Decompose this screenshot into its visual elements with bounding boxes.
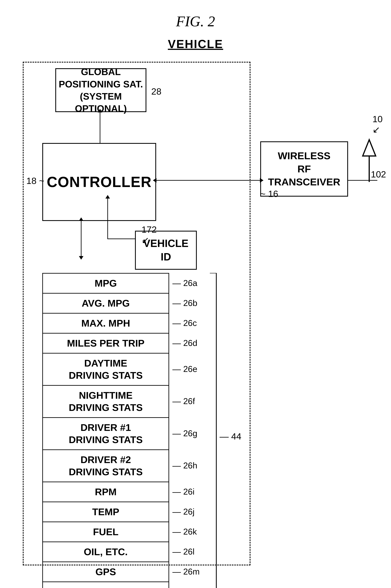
ref-18: 18 ~ <box>26 176 44 186</box>
ref-26m: — 26m <box>172 567 200 577</box>
data-block-26a: MPG <box>42 273 169 293</box>
arrow-vid-v <box>107 198 108 239</box>
ref-26a: — 26a <box>172 278 197 288</box>
ref-26d: — 26d <box>172 338 197 348</box>
arrow-vid-h <box>107 239 135 239</box>
data-block-26k: FUEL <box>42 522 169 541</box>
data-block-26i: RPM <box>42 482 169 502</box>
arrow-ctrl-data <box>81 221 82 256</box>
data-block-26c: MAX. MPH <box>42 313 169 333</box>
ref-26c: — 26c <box>172 318 197 328</box>
data-bracket <box>208 273 218 588</box>
data-blocks-container: MPGAVG. MPGMAX. MPHMILES PER TRIPDAYTIME… <box>42 273 169 588</box>
vehicle-label: VEHICLE <box>168 37 223 51</box>
rf-transceiver-box: WIRELESSRFTRANSCEIVER <box>260 141 348 196</box>
gps-box: GLOBALPOSITIONING SAT.(SYSTEM OPTIONAL) <box>55 68 146 112</box>
ref-26l: — 26l <box>172 547 195 556</box>
ref-26j: — 26j <box>172 507 195 517</box>
figure-title: FIG. 2 <box>176 13 215 30</box>
data-block-label-26d: MILES PER TRIP <box>67 337 145 349</box>
data-block-26d: MILES PER TRIP <box>42 333 169 353</box>
data-block-label-26g: DRIVER #1DRIVING STATS <box>69 421 143 446</box>
data-block-label-26k: FUEL <box>93 526 118 538</box>
ref-26e: — 26e <box>172 364 197 374</box>
ref-26f: — 26f <box>172 396 195 406</box>
ref-28: 28 <box>151 86 161 97</box>
rf-label: WIRELESSRFTRANSCEIVER <box>268 149 340 189</box>
data-block-label-26j: TEMP <box>92 506 119 518</box>
page: FIG. 2 VEHICLE GLOBALPOSITIONING SAT.(SY… <box>0 0 391 588</box>
ref-102: 102 <box>371 169 386 180</box>
data-block-label-26c: MAX. MPH <box>81 317 130 329</box>
ref-44: — 44 <box>220 431 241 442</box>
arrow-gps-controller <box>100 112 100 148</box>
gps-label: GLOBALPOSITIONING SAT.(SYSTEM OPTIONAL) <box>56 66 146 115</box>
data-block-26e: DAYTIMEDRIVING STATS <box>42 353 169 385</box>
svg-marker-0 <box>363 140 376 156</box>
data-block-label-26e: DAYTIMEDRIVING STATS <box>69 357 143 382</box>
data-block-26m: GPS <box>42 562 169 582</box>
ref-26i: — 26i <box>172 487 195 497</box>
data-block-label-26m: GPS <box>96 566 116 578</box>
ref-26n: — 26n <box>172 587 197 588</box>
data-block-label-26a: MPG <box>95 277 117 289</box>
data-block-26b: AVG. MPG <box>42 293 169 313</box>
data-block-26g: DRIVER #1DRIVING STATS <box>42 417 169 450</box>
data-block-26f: NIGHTTIMEDRIVING STATS <box>42 385 169 417</box>
data-block-26j: TEMP <box>42 502 169 522</box>
controller-box: CONTROLLER <box>42 143 156 221</box>
data-block-26l: OIL, ETC. <box>42 541 169 562</box>
data-block-label-26n: VOICE RECORDING <box>59 586 152 588</box>
data-block-label-26h: DRIVER #2DRIVING STATS <box>69 454 143 478</box>
ref-26h: — 26h <box>172 461 197 470</box>
ref-10: 10↙ <box>373 114 383 135</box>
data-block-label-26f: NIGHTTIMEDRIVING STATS <box>69 389 143 414</box>
ref-172: 172↙ <box>141 224 157 245</box>
data-block-label-26i: RPM <box>95 486 116 498</box>
data-block-label-26l: OIL, ETC. <box>84 546 128 558</box>
ref-16: ~ 16 <box>260 189 278 199</box>
ref-26k: — 26k <box>172 527 197 536</box>
ref-26b: — 26b <box>172 298 197 308</box>
data-block-label-26b: AVG. MPG <box>82 297 130 309</box>
arrow-ctrl-rf <box>156 180 260 181</box>
data-block-26h: DRIVER #2DRIVING STATS <box>42 450 169 482</box>
data-block-26n: VOICE RECORDING <box>42 582 169 588</box>
controller-label: CONTROLLER <box>47 174 152 191</box>
ref-26g: — 26g <box>172 428 197 438</box>
